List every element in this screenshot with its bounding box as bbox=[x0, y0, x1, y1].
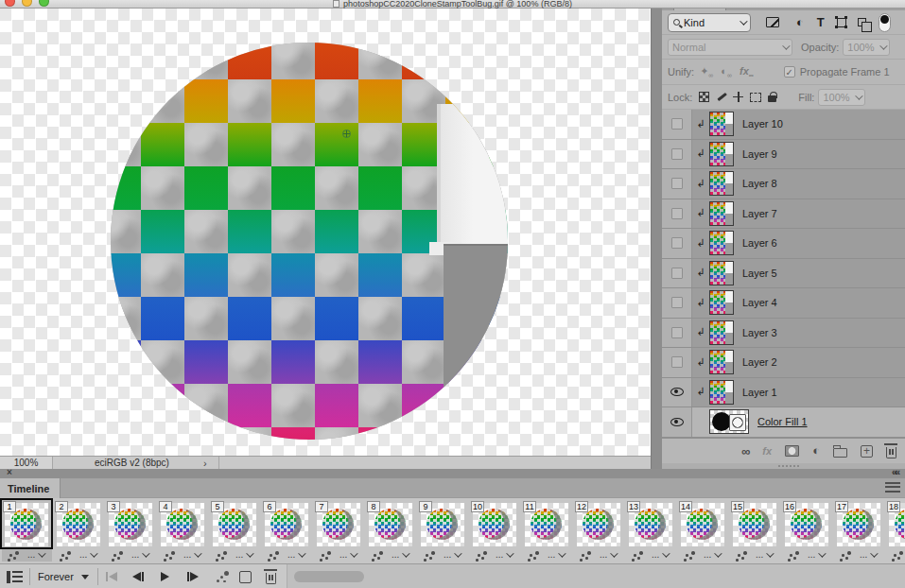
frame-thumbnail-box[interactable]: 5 bbox=[210, 500, 259, 547]
timeline-scrollbar-thumb[interactable] bbox=[294, 571, 364, 582]
frame-thumbnail-box[interactable]: 14 bbox=[678, 500, 727, 547]
frame-thumbnail-box[interactable]: 13 bbox=[626, 500, 675, 547]
smart-objects-filter-icon[interactable] bbox=[858, 18, 869, 26]
frame-thumbnail-box[interactable]: 2 bbox=[54, 500, 103, 547]
animation-frame[interactable]: 12 ... bbox=[574, 499, 624, 562]
frame-thumbnail-box[interactable]: 6 bbox=[262, 500, 311, 547]
layer-row[interactable]: ↲ Layer 6 bbox=[662, 229, 905, 259]
play-button[interactable] bbox=[161, 564, 169, 588]
frame-thumbnail-box[interactable]: 17 bbox=[834, 500, 883, 547]
layer-thumbnail[interactable] bbox=[709, 409, 749, 434]
layer-thumbnail[interactable] bbox=[709, 320, 734, 345]
visibility-well[interactable] bbox=[662, 348, 692, 377]
animation-frame[interactable]: 2 ... bbox=[54, 499, 104, 562]
loop-count-dropdown[interactable]: Forever bbox=[38, 564, 89, 588]
duplicate-frame-button[interactable] bbox=[239, 564, 252, 588]
frame-thumbnail-box[interactable]: 12 bbox=[574, 500, 623, 547]
timeline-scrollbar-track[interactable] bbox=[287, 564, 905, 588]
animation-frame[interactable]: 6 ... bbox=[262, 499, 312, 562]
visibility-well[interactable] bbox=[662, 407, 692, 437]
frame-delay-dropdown[interactable]: ... bbox=[287, 549, 304, 560]
layer-row[interactable]: ↲ Color Fill 1 bbox=[662, 407, 905, 438]
first-frame-button[interactable] bbox=[106, 564, 117, 588]
visibility-well[interactable] bbox=[662, 199, 692, 229]
shape-layers-filter-icon[interactable] bbox=[837, 18, 846, 27]
layer-filter-toggle[interactable] bbox=[879, 13, 891, 32]
canvas-scrollbar-strip[interactable] bbox=[651, 9, 662, 469]
pixel-layers-filter-icon[interactable] bbox=[766, 17, 779, 27]
layer-name[interactable]: Layer 3 bbox=[742, 327, 777, 338]
layer-thumbnail[interactable] bbox=[709, 350, 734, 374]
layer-row[interactable]: ↲ Layer 8 bbox=[662, 169, 905, 199]
layer-row[interactable]: ↲ Layer 3 bbox=[662, 319, 905, 349]
animation-frame[interactable]: 9 ... bbox=[418, 499, 468, 562]
animation-frame[interactable]: 7 ... bbox=[314, 499, 364, 562]
filter-kind-dropdown[interactable]: Kind bbox=[668, 13, 751, 32]
animation-frame[interactable]: 1 ... bbox=[2, 499, 52, 562]
lock-paint-icon[interactable] bbox=[716, 92, 726, 102]
frame-delay-dropdown[interactable]: ... bbox=[704, 549, 720, 560]
link-layers-icon[interactable]: ∞ bbox=[741, 444, 749, 458]
layer-thumbnail[interactable] bbox=[709, 142, 734, 166]
layer-name[interactable]: Layer 5 bbox=[742, 268, 777, 279]
frame-thumbnail-box[interactable]: 11 bbox=[522, 500, 571, 547]
animation-frame[interactable]: 17 ... bbox=[834, 499, 884, 562]
layer-name[interactable]: Layer 1 bbox=[742, 387, 777, 398]
frame-delay-dropdown[interactable]: ... bbox=[600, 549, 616, 560]
frame-delay-dropdown[interactable]: ... bbox=[444, 549, 460, 560]
animation-frame[interactable]: 10 ... bbox=[470, 499, 520, 562]
layer-name[interactable]: Layer 10 bbox=[742, 118, 783, 130]
frame-delay-dropdown[interactable]: ... bbox=[339, 549, 356, 560]
animation-frame[interactable]: 15 ... bbox=[730, 499, 780, 562]
animation-frame[interactable]: 11 ... bbox=[522, 499, 572, 562]
new-group-icon[interactable] bbox=[833, 448, 847, 458]
visibility-well[interactable] bbox=[662, 169, 692, 199]
new-layer-icon[interactable]: + bbox=[861, 445, 873, 458]
frame-delay-dropdown[interactable]: ... bbox=[756, 549, 772, 560]
frame-thumbnail-box[interactable]: 4 bbox=[158, 500, 207, 547]
unify-visibility-icon[interactable]: ◐∞ bbox=[721, 65, 731, 78]
layer-name[interactable]: Color Fill 1 bbox=[757, 416, 808, 427]
visibility-well[interactable] bbox=[662, 229, 692, 258]
animation-frame[interactable]: 14 ... bbox=[678, 499, 728, 562]
frame-thumbnail-box[interactable]: 16 bbox=[782, 500, 831, 547]
visibility-well[interactable] bbox=[662, 259, 692, 288]
lock-all-icon[interactable] bbox=[768, 92, 776, 102]
lock-artboard-icon[interactable] bbox=[750, 93, 761, 102]
animation-frame[interactable]: 3 ... bbox=[106, 499, 156, 562]
layer-row[interactable]: ↲ Layer 5 bbox=[662, 259, 905, 289]
zoom-level-field[interactable]: 100% bbox=[0, 457, 53, 469]
blend-mode-dropdown[interactable]: Normal bbox=[668, 39, 792, 56]
layer-thumbnail[interactable] bbox=[709, 380, 734, 405]
layer-name[interactable]: Layer 7 bbox=[742, 208, 777, 219]
opacity-dropdown[interactable]: 100% bbox=[843, 39, 890, 56]
frame-delay-dropdown[interactable]: ... bbox=[235, 549, 252, 560]
layer-row[interactable]: ↲ Layer 2 bbox=[662, 348, 905, 378]
delete-frame-button[interactable] bbox=[266, 564, 276, 588]
layer-name[interactable]: Layer 8 bbox=[742, 178, 777, 189]
layer-thumbnail[interactable] bbox=[709, 112, 734, 136]
frame-delay-dropdown[interactable]: ... bbox=[131, 549, 148, 560]
unify-style-icon[interactable]: fx∞ bbox=[740, 65, 753, 78]
previous-frame-button[interactable] bbox=[132, 564, 144, 588]
frame-thumbnail-box[interactable]: 3 bbox=[106, 500, 155, 547]
frame-delay-dropdown[interactable]: ... bbox=[652, 549, 668, 560]
layer-thumbnail[interactable] bbox=[709, 261, 734, 285]
delete-layer-icon[interactable] bbox=[886, 447, 896, 458]
close-panel-icon[interactable]: × bbox=[7, 468, 12, 477]
layer-row[interactable]: ↲ Layer 4 bbox=[662, 288, 905, 319]
frame-delay-dropdown[interactable]: ... bbox=[27, 549, 44, 560]
add-layer-mask-icon[interactable] bbox=[785, 445, 799, 457]
animation-frame[interactable]: 5 ... bbox=[210, 499, 260, 562]
animation-frame[interactable]: 18 ... bbox=[886, 499, 905, 562]
tab-timeline[interactable]: Timeline bbox=[0, 478, 61, 498]
adjustment-layers-filter-icon[interactable]: ◐ bbox=[796, 17, 804, 27]
layer-name[interactable]: Layer 2 bbox=[742, 356, 777, 368]
visibility-well[interactable] bbox=[662, 288, 692, 318]
frame-delay-dropdown[interactable]: ... bbox=[860, 549, 876, 560]
visibility-well[interactable] bbox=[662, 110, 692, 139]
animation-frame[interactable]: 13 ... bbox=[626, 499, 676, 562]
unify-position-icon[interactable]: ✦∞ bbox=[700, 65, 712, 78]
frame-thumbnail-box[interactable]: 15 bbox=[730, 500, 779, 547]
layer-thumbnail[interactable] bbox=[709, 290, 734, 315]
